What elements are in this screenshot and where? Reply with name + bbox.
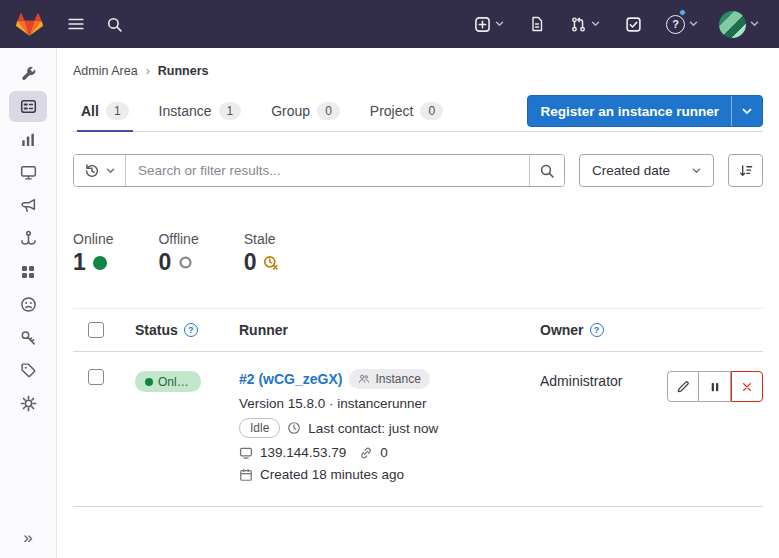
chevron-down-icon [750, 21, 759, 27]
todos-check-icon[interactable] [617, 8, 649, 40]
link-icon [359, 446, 373, 460]
merge-requests-button[interactable] [566, 12, 604, 37]
status-help-icon[interactable]: ? [184, 323, 198, 337]
help-menu-button[interactable]: ? [662, 11, 702, 38]
issues-icon[interactable] [521, 8, 553, 40]
calendar-icon [239, 468, 253, 482]
runner-status-badge: Online [135, 371, 201, 392]
clock-icon [287, 421, 301, 435]
pause-icon [709, 381, 721, 393]
tab-count-badge: 1 [219, 102, 242, 120]
tab-group[interactable]: Group 0 [263, 91, 348, 131]
sidebar-item-overview[interactable] [9, 91, 47, 122]
user-menu-button[interactable] [715, 7, 763, 42]
delete-runner-button[interactable] [731, 371, 763, 402]
sort-by-dropdown[interactable]: Created date [579, 154, 714, 187]
search-icon [539, 163, 555, 179]
select-all-checkbox[interactable] [88, 322, 104, 338]
runner-type-label: Instance [375, 372, 420, 386]
owner-help-icon[interactable]: ? [590, 323, 604, 337]
tab-count-badge: 0 [420, 102, 443, 120]
admin-sidebar: » [0, 48, 57, 558]
sidebar-item-settings[interactable] [9, 388, 47, 419]
tab-label: Instance [159, 103, 212, 119]
sidebar-item-applications[interactable] [9, 256, 47, 287]
stat-label: Stale [244, 231, 280, 247]
sidebar-item-messages[interactable] [9, 190, 47, 221]
close-icon [741, 381, 753, 393]
chevron-down-icon [689, 21, 698, 27]
runner-stats: Online 1 Offline 0 Stale 0 [73, 231, 763, 276]
sort-descending-icon [738, 163, 753, 178]
chevron-down-icon[interactable] [731, 96, 762, 126]
sidebar-item-labels[interactable] [9, 355, 47, 386]
pause-runner-button[interactable] [699, 371, 731, 402]
chevron-down-icon [692, 168, 701, 174]
notification-dot [679, 9, 686, 16]
stat-value: 0 [158, 249, 171, 276]
topbar-right-group: ? [470, 7, 763, 42]
stat-value: 1 [73, 249, 86, 276]
runner-version: Version 15.8.0 · instancerunner [239, 396, 540, 411]
runner-owner: Administrator [540, 369, 666, 389]
tab-project[interactable]: Project 0 [362, 91, 451, 131]
help-icon: ? [666, 15, 685, 34]
tab-label: Group [271, 103, 310, 119]
runner-created: Created 18 minutes ago [260, 467, 404, 482]
tab-label: Project [370, 103, 414, 119]
tab-count-badge: 1 [106, 102, 129, 120]
tab-all[interactable]: All 1 [73, 91, 137, 131]
sidebar-item-analytics[interactable] [9, 124, 47, 155]
edit-runner-button[interactable] [667, 371, 699, 402]
sidebar-item-admin-overview[interactable] [9, 58, 47, 89]
runner-actions [666, 369, 763, 402]
search-history-dropdown[interactable] [74, 155, 126, 186]
stale-clock-icon [263, 255, 279, 271]
runner-state-badge: Idle [239, 418, 280, 438]
gitlab-logo[interactable] [12, 8, 46, 40]
tab-label: All [81, 103, 99, 119]
sidebar-item-system-hooks[interactable] [9, 223, 47, 254]
hamburger-menu-icon[interactable] [60, 8, 92, 40]
runner-link[interactable]: #2 (wCG_zeGX) [239, 371, 342, 387]
monitor-icon [20, 164, 37, 181]
stat-label: Online [73, 231, 113, 247]
double-chevron-right-icon: » [23, 528, 32, 548]
register-button-label: Register an instance runner [528, 96, 731, 126]
gear-icon [20, 395, 37, 412]
main-content: Admin Area › Runners All 1 Instance 1 Gr… [57, 48, 779, 558]
stat-stale: Stale 0 [244, 231, 280, 276]
plus-square-icon [474, 16, 491, 33]
column-header-status: Status [135, 322, 178, 338]
new-menu-button[interactable] [470, 12, 508, 37]
search-submit-button[interactable] [529, 155, 564, 186]
column-header-owner: Owner [540, 322, 584, 338]
key-icon [20, 329, 37, 346]
history-icon [84, 163, 100, 179]
label-icon [20, 362, 37, 379]
online-dot-icon [93, 256, 107, 270]
wrench-icon [20, 65, 37, 82]
sidebar-collapse-button[interactable]: » [0, 528, 56, 548]
applications-grid-icon [20, 264, 36, 280]
tab-instance[interactable]: Instance 1 [151, 91, 250, 131]
topbar: ? [0, 0, 779, 48]
sidebar-item-monitoring[interactable] [9, 157, 47, 188]
sidebar-item-abuse-reports[interactable] [9, 289, 47, 320]
register-instance-runner-button[interactable]: Register an instance runner [527, 95, 763, 127]
chevron-down-icon [591, 21, 600, 27]
page-layout: » Admin Area › Runners All 1 Instance 1 … [0, 48, 779, 558]
select-runner-checkbox[interactable] [88, 369, 104, 385]
chevron-down-icon [495, 21, 504, 27]
chart-icon [20, 132, 36, 148]
search-icon[interactable] [98, 8, 130, 40]
sidebar-item-credentials[interactable] [9, 322, 47, 353]
runners-table: Status ? Runner Owner ? Online [73, 308, 763, 507]
breadcrumb-admin-area-link[interactable]: Admin Area [73, 64, 138, 78]
filtered-search [73, 154, 565, 187]
offline-circle-icon [178, 255, 193, 270]
runner-status-text: Online [158, 375, 191, 389]
avatar [719, 11, 746, 38]
search-input[interactable] [126, 155, 529, 186]
sort-direction-button[interactable] [728, 154, 763, 187]
